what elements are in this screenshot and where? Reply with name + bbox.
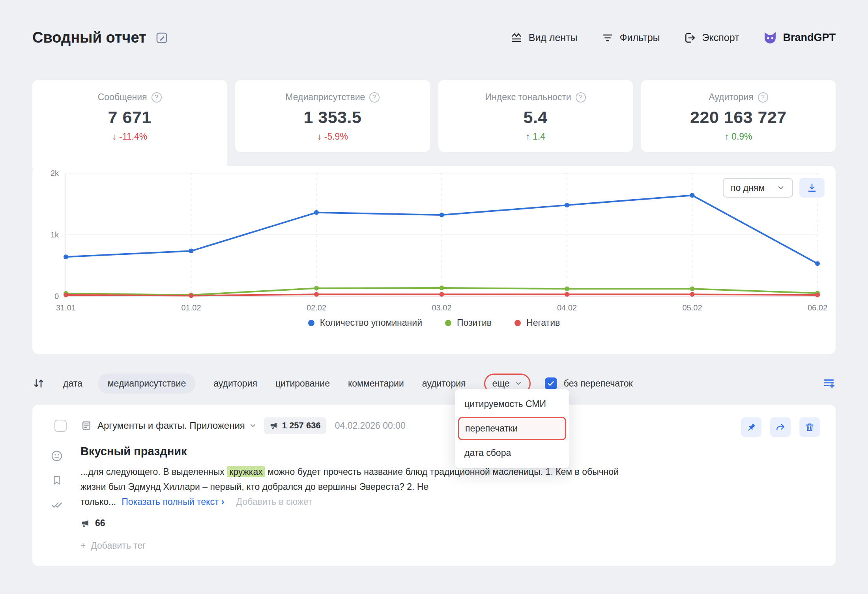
menu-item-media-citation[interactable]: цитируемость СМИ [455,392,569,416]
show-full-text-link[interactable]: Показать полный текст › [122,497,224,507]
reach-badge: 1 257 636 [264,417,326,434]
help-icon[interactable]: ? [576,92,586,103]
mentions-count: 66 [80,518,820,529]
stat-card-tonality-index[interactable]: Индекс тональности? 5.4 ↑ 1.4 [438,80,633,152]
article-card: Аргументы и факты. Приложения 1 257 636 … [32,405,836,566]
svg-text:04.02: 04.02 [557,303,577,312]
granularity-select[interactable]: по дням [723,178,793,198]
add-to-list-button[interactable] [822,377,836,390]
checkmark-icon [547,379,555,387]
article-title[interactable]: Вкусный праздник [80,445,820,458]
header-actions: Вид ленты Фильтры Экспорт BrandGPT [510,30,836,45]
help-icon[interactable]: ? [369,92,380,103]
download-chart-button[interactable] [799,178,825,198]
stat-cards: Сообщения? 7 671 ↓ -11.4% Медиаприсутств… [32,80,836,152]
export-label: Экспорт [702,32,739,43]
dashboard-page: Сводный отчет Вид ленты Фильтры Экспорт … [0,0,868,594]
highlighted-term: кружках [227,466,265,477]
svg-text:02.02: 02.02 [307,303,326,312]
legend-label: Количество упоминаний [320,318,422,328]
sentiment-neutral-icon[interactable] [51,450,63,462]
feed-view-button[interactable]: Вид ленты [510,32,578,44]
page-title: Сводный отчет [32,29,146,46]
trash-icon [804,422,815,432]
feed-view-label: Вид ленты [529,32,578,43]
pin-icon [746,422,756,432]
legend-item-mentions[interactable]: Количество упоминаний [308,318,422,328]
sort-option-media-presence[interactable]: медиаприсутствие [98,374,195,394]
brand-badge[interactable]: BrandGPT [763,30,836,45]
stat-label: Индекс тональности [485,92,571,103]
article-datetime: 04.02.2026 00:00 [335,420,406,431]
add-tag-button[interactable]: + Добавить тег [80,540,820,551]
export-button[interactable]: Экспорт [684,32,739,44]
feed-view-icon [510,32,523,44]
excerpt-text: ...для следующего. В выделенных [80,467,227,477]
article-excerpt: ...для следующего. В выделенных кружках … [80,464,629,509]
add-to-story-button[interactable]: Добавить в сюжет [236,497,312,507]
share-button[interactable] [770,417,791,437]
chart-controls: по дням [723,178,825,198]
bookmark-icon[interactable] [51,475,62,486]
help-icon[interactable]: ? [758,92,768,103]
svg-text:03.02: 03.02 [432,303,451,312]
sort-button[interactable] [32,377,45,390]
legend-item-negative[interactable]: Негатив [514,318,560,328]
stat-label: Медиаприсутствие [285,92,365,103]
legend-label: Негатив [526,318,560,328]
pin-button[interactable] [741,417,761,437]
filters-button[interactable]: Фильтры [601,32,660,44]
delete-button[interactable] [799,417,820,437]
stat-card-media-presence[interactable]: Медиаприсутствие? 1 353.5 ↓ -5.9% [235,80,430,152]
help-icon[interactable]: ? [152,92,162,103]
filters-label: Фильтры [620,32,660,43]
stat-value: 7 671 [32,108,227,127]
stat-delta: ↓ -11.4% [32,131,227,142]
export-icon [684,32,696,44]
sort-option-comments[interactable]: комментарии [348,378,404,389]
source-doc-icon [81,420,92,431]
brandgpt-logo-icon [763,30,778,45]
no-reprints-checkbox[interactable] [545,377,557,390]
filter-bar: дата медиаприсутствие аудитория цитирова… [32,373,836,394]
svg-text:06.02: 06.02 [808,303,827,312]
download-icon [806,182,817,193]
article-source[interactable]: Аргументы и факты. Приложения [97,420,245,431]
stat-delta: ↑ 0.9% [641,131,836,142]
legend-dot [445,320,451,326]
stat-card-messages[interactable]: Сообщения? 7 671 ↓ -11.4% [32,80,227,152]
stat-card-audience[interactable]: Аудитория? 220 163 727 ↑ 0.9% [641,80,836,152]
sort-option-audience-2[interactable]: аудитория [422,378,466,389]
megaphone-icon [269,421,278,430]
no-reprints-label: без перепечаток [564,378,633,389]
stat-label: Сообщения [98,92,147,103]
more-label: еще [492,378,510,389]
chart-legend: Количество упоминаний Позитив Негатив [32,318,836,328]
stat-value: 1 353.5 [235,108,430,127]
sort-icon [32,377,45,390]
menu-item-reprints[interactable]: перепечатки [458,417,566,440]
svg-text:0: 0 [54,292,59,301]
menu-item-collection-date[interactable]: дата сбора [455,441,569,465]
source-chevron-icon[interactable] [249,422,257,430]
sort-option-audience[interactable]: аудитория [213,378,257,389]
svg-text:31.01: 31.01 [56,303,76,312]
header: Сводный отчет Вид ленты Фильтры Экспорт … [32,29,836,46]
legend-item-positive[interactable]: Позитив [445,318,492,328]
edit-pencil-icon [155,31,168,45]
mentions-value: 66 [95,518,105,529]
legend-label: Позитив [457,318,492,328]
reach-value: 1 257 636 [282,420,321,431]
legend-dot [308,320,314,326]
stat-delta: ↓ -5.9% [235,131,430,142]
article-checkbox[interactable] [54,420,67,432]
chart-panel: по дням 01k2k31.0101.0202.0203.0204.0205… [32,166,836,354]
edit-report-button[interactable] [155,31,168,45]
chevron-down-icon [514,379,522,387]
sort-option-citation[interactable]: цитирование [275,378,330,389]
sort-option-date[interactable]: дата [63,378,82,389]
double-check-icon[interactable] [51,499,63,510]
stat-value: 5.4 [438,108,633,127]
svg-text:05.02: 05.02 [682,303,702,312]
svg-text:2k: 2k [51,169,59,177]
